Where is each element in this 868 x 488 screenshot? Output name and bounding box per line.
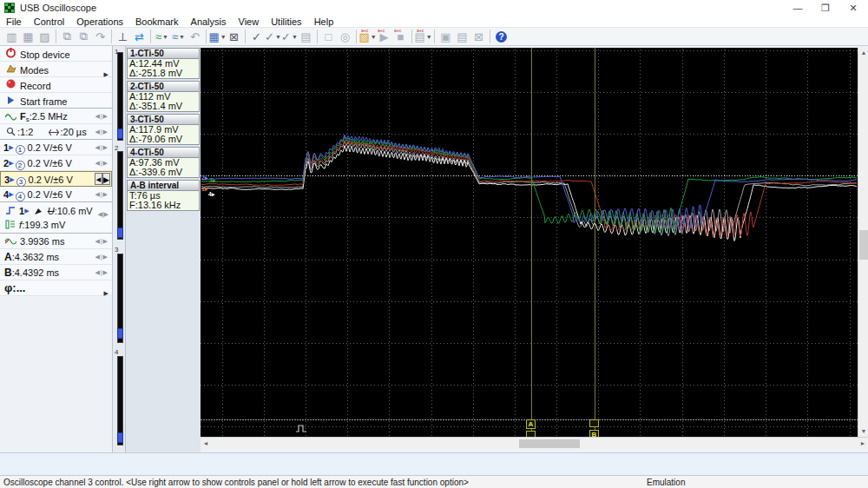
signal-smooth-icon[interactable]: ≈▼ [154,29,170,44]
phase-row[interactable]: φ:... ▶ [0,280,112,296]
channel-3-position-thumb[interactable] [117,328,123,339]
cursor-b-handle[interactable] [589,419,599,427]
toolbar-separator [150,30,151,43]
export-icon[interactable]: ↷ [92,29,108,44]
trigger-position-marker[interactable] [295,421,307,437]
oscilloscope-display[interactable]: A B 2▸3▸1▸4▸ [201,48,858,437]
cursor-a-adjust[interactable] [95,249,108,265]
apply-down-icon[interactable]: ✓▼ [265,29,281,44]
menu-help[interactable]: Help [308,16,340,27]
measure-block-ch4[interactable]: 4•CTi-50 A:97.36 mVΔ:-339.6 mV [127,147,200,178]
channel-1-position-thumb[interactable] [117,129,123,139]
trigger-tool-icon[interactable]: ⊥ [115,29,131,44]
menu-bookmark[interactable]: Bookmark [129,16,185,27]
copy-frame-icon[interactable]: ⧉ [59,29,76,44]
cursor-b-row[interactable]: B:4.4392 ms [0,265,112,280]
apply-down-icon-dropdown[interactable]: ▼ [275,34,281,40]
scroll-down-icon[interactable]: ▼ [858,426,868,437]
auto-list-icon[interactable]: ▤a+c▼ [415,29,431,44]
channel-2-row[interactable]: 220.2 V/±6 V [0,155,112,171]
auto-folder-icon[interactable]: ▨a+c▼ [359,29,376,44]
sampling-rate-adjust[interactable] [95,109,108,124]
apply-all-icon[interactable]: ✓▼ [281,29,298,44]
zoom-sweep-row[interactable]: :1:2 :20 µs [0,124,112,140]
undo-icon[interactable]: ↶ [187,29,203,44]
scroll-left-icon[interactable]: ◄ [201,439,211,449]
minimize-button[interactable]: — [783,0,812,16]
channel-4-row[interactable]: 440.2 V/±6 V [0,187,112,202]
pan-tool-icon[interactable]: ⇄ [131,29,148,44]
cursor-a-line[interactable] [531,48,532,437]
save-all-icon[interactable]: ▨ [36,29,53,44]
measure-block-ch3[interactable]: 3•CTi-50 A:117.9 mVΔ:-79.06 mV [127,114,200,145]
modes-button[interactable]: Modes ▶ [0,62,112,77]
save-file-icon[interactable]: ▦ [20,29,36,44]
cursor-b-adjust[interactable] [95,265,108,280]
trace-marker-3[interactable]: 3▸ [209,177,215,183]
image-view-icon[interactable]: ▣ [437,29,454,44]
display-options-icon[interactable]: ▦▼ [209,29,226,44]
signal-smooth-icon-dropdown[interactable]: ▼ [162,34,168,40]
signal-compare-icon[interactable]: ≈▼ [170,29,187,44]
sampling-rate-row[interactable]: Fs:2.5 MHz [0,109,112,124]
cursor-b-line[interactable] [595,48,595,437]
channel-3-left-button[interactable]: ◀ [95,173,102,185]
channel-2-adjust[interactable] [95,155,108,171]
menu-control[interactable]: Control [28,16,70,27]
waveform-canvas[interactable] [201,48,858,437]
menu-view[interactable]: View [233,16,266,27]
menu-analysis[interactable]: Analysis [185,16,233,27]
menu-utilities[interactable]: Utilities [265,16,307,27]
vertical-scroll-thumb[interactable] [859,230,868,260]
channel-3-row-selected[interactable]: 330.2 V/±6 V ◀▶ [0,171,112,187]
close-button[interactable]: ✕ [838,0,868,16]
help-icon[interactable]: ? [493,29,510,44]
open-file-icon[interactable]: ▥ [3,29,20,44]
measure-block-ch2[interactable]: 2•CTi-50 A:112 mVΔ:-351.4 mV [127,81,200,112]
paste-frame-icon[interactable]: ⧉ [76,29,92,44]
apply-check-icon[interactable]: ✓ [248,29,265,44]
scroll-right-icon[interactable]: ► [858,439,868,449]
measure-tool-icon[interactable]: ⊠ [226,29,242,44]
period-adjust[interactable] [95,234,108,249]
trigger-adjust[interactable] [97,211,108,218]
report-page-icon[interactable]: ▤ [298,29,314,44]
signal-compare-icon-dropdown[interactable]: ▼ [179,34,185,40]
trigger-settings-block[interactable]: 1 U:10.6 mV f:199.3 mV [0,202,112,234]
scroll-up-icon[interactable]: ▲ [858,48,868,58]
menu-file[interactable]: File [0,16,28,27]
trace-marker-2[interactable]: 2▸ [201,175,207,181]
channel-2-position-track[interactable] [117,151,123,240]
cursor-a-row[interactable]: A:4.3632 ms [0,249,112,265]
channel-1-position-track[interactable] [117,52,123,141]
horizontal-scrollbar[interactable]: ◄ ► [201,437,868,449]
measure-block-interval[interactable]: A-B interval T:76 µsF:13.16 kHz [127,180,200,211]
period-row[interactable]: 3.9936 ms [0,234,112,249]
record-button[interactable]: Record [0,77,112,93]
auto-play-icon[interactable]: ▶a+c [376,29,392,44]
vertical-scrollbar[interactable]: ▲ ▼ [858,48,868,437]
stop-device-button[interactable]: Stop device [0,46,112,62]
zoom-doc-icon[interactable]: ◎ [337,29,353,44]
channel-1-adjust[interactable] [95,140,108,155]
cursor-a-label[interactable]: A [526,419,536,429]
trace-marker-1[interactable]: 1▸ [201,186,207,192]
channel-3-right-button[interactable]: ▶ [102,173,110,185]
horizontal-scroll-thumb[interactable] [519,439,580,448]
start-frame-button[interactable]: Start frame [0,93,112,109]
measure-block-ch1[interactable]: 1•CTi-50 A:12.44 mVΔ:-251.8 mV [127,48,200,79]
menu-operations[interactable]: Operations [70,16,129,27]
apply-all-icon-dropdown[interactable]: ▼ [292,34,298,40]
auto-stop-icon[interactable]: ■a+c [392,29,409,44]
sweep-adjust[interactable] [95,124,108,140]
restore-button[interactable]: ❐ [811,0,840,16]
channel-1-row[interactable]: 110.2 V/±6 V [0,140,112,155]
image-delete-icon[interactable]: ⊠ [470,29,487,44]
trace-marker-4[interactable]: 4▸ [208,191,214,197]
frame-select-icon[interactable]: □ [320,29,337,44]
channel-2-position-thumb[interactable] [117,228,123,238]
channel-4-adjust[interactable] [95,187,108,202]
auto-list-icon-dropdown[interactable]: ▼ [426,34,432,40]
channel-4-position-thumb[interactable] [117,432,123,443]
image-page-icon[interactable]: ▤ [454,29,470,44]
